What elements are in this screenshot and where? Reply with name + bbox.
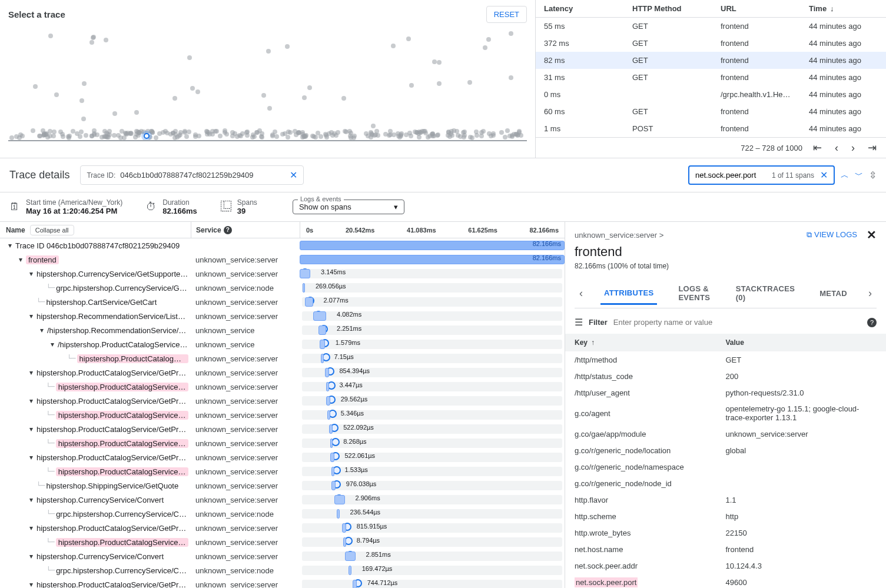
span-row[interactable]: ▾hipstershop.ProductCatalogService/GetPr… xyxy=(0,394,565,408)
chevron-down-icon[interactable]: ▾ xyxy=(26,580,36,588)
span-row[interactable]: └─hipstershop.ProductCatalogServi… unkno… xyxy=(0,351,565,366)
span-row[interactable]: ▾/hipstershop.ProductCatalogService… unk… xyxy=(0,337,565,351)
sort-up-icon[interactable]: ↑ xyxy=(591,338,595,347)
span-row[interactable]: ▾hipstershop.CurrencyService/Convert unk… xyxy=(0,493,565,507)
dropdown-icon: ▾ xyxy=(394,202,398,211)
logs-events-select[interactable]: Logs & events Show on spans▾ xyxy=(293,200,404,214)
clear-trace-id-icon[interactable]: ✕ xyxy=(290,170,297,181)
attribute-row[interactable]: /http/methodGET xyxy=(565,351,886,368)
attribute-row[interactable]: /http/user_agentpython-requests/2.31.0 xyxy=(565,384,886,401)
chevron-down-icon[interactable]: ▾ xyxy=(26,524,36,532)
reset-button[interactable]: RESET xyxy=(486,6,527,23)
attribute-row[interactable]: net.sock.peer.port49600 xyxy=(565,574,886,588)
attribute-row[interactable]: http.wrote_bytes22150 xyxy=(565,524,886,541)
pager-next-icon[interactable]: › xyxy=(851,142,855,153)
meta-start-time: 🗓 Start time (America/New_York)May 16 at… xyxy=(9,198,122,215)
table-row[interactable]: 0 ms/grpc.health.v1.He…44 minutes ago xyxy=(536,86,886,103)
expand-icon[interactable]: ⇳ xyxy=(869,170,877,181)
attribute-row[interactable]: http.schemehttp xyxy=(565,508,886,524)
span-row[interactable]: └─hipstershop.ShippingService/GetQuote u… xyxy=(0,479,565,493)
col-method[interactable]: HTTP Method xyxy=(632,4,721,13)
span-row[interactable]: ▾hipstershop.ProductCatalogService/GetPr… xyxy=(0,521,565,535)
span-row[interactable]: └─hipstershop.ProductCatalogService/Get…… xyxy=(0,408,565,422)
tabs-next-icon[interactable]: › xyxy=(868,287,872,300)
view-logs-button[interactable]: ⧉VIEW LOGS xyxy=(807,230,857,240)
span-row[interactable]: └─hipstershop.ProductCatalogService/Get…… xyxy=(0,535,565,549)
attribute-row[interactable]: net.host.namefrontend xyxy=(565,541,886,557)
span-title: frontend xyxy=(575,244,877,260)
span-row[interactable]: ▾frontend unknown_service:server 82.166m… xyxy=(0,253,565,267)
attribute-row[interactable]: /http/status_code200 xyxy=(565,368,886,384)
span-row[interactable]: ▾Trace ID 046cb1b0d07888747cf8021259b294… xyxy=(0,238,565,253)
attribute-filter-input[interactable] xyxy=(613,318,861,327)
collapse-all-button[interactable]: Collapse all xyxy=(30,225,74,235)
chevron-down-icon[interactable]: ▾ xyxy=(26,270,36,278)
span-row[interactable]: └─hipstershop.ProductCatalogService/Get…… xyxy=(0,436,565,450)
chevron-down-icon[interactable]: ▾ xyxy=(26,496,36,504)
search-next-icon[interactable]: ﹀ xyxy=(855,170,863,181)
attribute-row[interactable]: http.flavor1.1 xyxy=(565,491,886,508)
tab-logs-events[interactable]: LOGS & EVENTS xyxy=(675,278,714,308)
scatter-plot[interactable] xyxy=(8,26,527,141)
attribute-row[interactable]: g.co/r/generic_node/namespace xyxy=(565,459,886,475)
table-row[interactable]: 31 msGETfrontend44 minutes ago xyxy=(536,69,886,86)
span-row[interactable]: └─hipstershop.CartService/GetCart unknow… xyxy=(0,295,565,309)
sort-down-icon: ↓ xyxy=(830,4,834,13)
filter-help-icon[interactable]: ? xyxy=(867,318,877,327)
pager-range: 722 – 728 of 1000 xyxy=(741,144,802,152)
attribute-row[interactable]: g.co/r/generic_node/locationglobal xyxy=(565,442,886,459)
chevron-down-icon[interactable]: ▾ xyxy=(26,397,36,405)
search-prev-icon[interactable]: ︿ xyxy=(841,170,849,181)
span-row[interactable]: ▾hipstershop.CurrencyService/Convert unk… xyxy=(0,549,565,563)
table-row[interactable]: 60 msGETfrontend44 minutes ago xyxy=(536,103,886,120)
chevron-down-icon[interactable]: ▾ xyxy=(47,340,58,348)
close-panel-icon[interactable]: ✕ xyxy=(867,228,877,242)
col-latency[interactable]: Latency xyxy=(544,4,632,13)
tab-attributes[interactable]: ATTRIBUTES xyxy=(600,283,657,305)
span-row[interactable]: ▾hipstershop.ProductCatalogService/GetPr… xyxy=(0,577,565,588)
tab-stacktraces[interactable]: STACKTRACES (0) xyxy=(732,278,799,308)
chevron-down-icon[interactable]: ▾ xyxy=(36,326,47,334)
span-row[interactable]: └─hipstershop.ProductCatalogService/Get…… xyxy=(0,380,565,394)
attributes-pane: unknown_service:server > ⧉VIEW LOGS ✕ fr… xyxy=(565,222,886,588)
chevron-down-icon[interactable]: ▾ xyxy=(26,368,36,377)
span-row[interactable]: ▾/hipstershop.RecommendationService/… un… xyxy=(0,323,565,337)
pager-first-icon[interactable]: ⇤ xyxy=(813,142,822,153)
span-row[interactable]: └─grpc.hipstershop.CurrencyService/GetS…… xyxy=(0,281,565,295)
attribute-row[interactable]: g.co/gae/app/moduleunknown_service:serve… xyxy=(565,426,886,442)
table-row[interactable]: 55 msGETfrontend44 minutes ago xyxy=(536,18,886,35)
table-row[interactable]: 82 msGETfrontend44 minutes ago xyxy=(536,52,886,69)
tabs-prev-icon[interactable]: ‹ xyxy=(579,287,583,300)
span-row[interactable]: ▾hipstershop.RecommendationService/List…… xyxy=(0,309,565,323)
table-row[interactable]: 1 msPOSTfrontend44 minutes ago xyxy=(536,120,886,137)
chevron-down-icon[interactable]: ▾ xyxy=(26,453,36,461)
attribute-row[interactable]: net.sock.peer.addr10.124.4.3 xyxy=(565,557,886,574)
clear-search-icon[interactable]: ✕ xyxy=(820,170,828,181)
span-row[interactable]: └─grpc.hipstershop.CurrencyService/Conv…… xyxy=(0,507,565,521)
span-row[interactable]: ▾hipstershop.ProductCatalogService/GetPr… xyxy=(0,422,565,436)
span-search-input[interactable]: 1 of 11 spans ✕ xyxy=(688,165,835,185)
chevron-down-icon[interactable]: ▾ xyxy=(5,241,15,250)
chevron-down-icon[interactable]: ▾ xyxy=(15,255,26,264)
attribute-row[interactable]: g.co/r/generic_node/node_id xyxy=(565,475,886,491)
tab-metadata[interactable]: METAD xyxy=(816,283,851,304)
chevron-down-icon[interactable]: ▾ xyxy=(26,312,36,320)
pager-last-icon[interactable]: ⇥ xyxy=(868,142,877,153)
span-row[interactable]: └─hipstershop.ProductCatalogService/Get…… xyxy=(0,464,565,479)
span-row[interactable]: ▾hipstershop.ProductCatalogService/GetPr… xyxy=(0,450,565,464)
col-time[interactable]: Time↓ xyxy=(809,4,878,13)
trace-id-input[interactable]: Trace ID: 046cb1b0d07888747cf8021259b294… xyxy=(80,165,304,185)
chevron-down-icon[interactable]: ▾ xyxy=(26,425,36,433)
scatter-pane: Select a trace RESET xyxy=(0,0,536,158)
breadcrumb[interactable]: unknown_service:server > xyxy=(575,231,663,240)
pager-prev-icon[interactable]: ‹ xyxy=(835,142,838,153)
col-url[interactable]: URL xyxy=(721,4,809,13)
table-row[interactable]: 372 msGETfrontend44 minutes ago xyxy=(536,35,886,52)
attribute-row[interactable]: g.co/agentopentelemetry-go 1.15.1; googl… xyxy=(565,401,886,426)
span-search-field[interactable] xyxy=(695,171,766,180)
span-row[interactable]: └─grpc.hipstershop.CurrencyService/Conv…… xyxy=(0,563,565,577)
chevron-down-icon[interactable]: ▾ xyxy=(26,552,36,560)
help-icon[interactable]: ? xyxy=(224,226,232,234)
span-row[interactable]: ▾hipstershop.ProductCatalogService/GetPr… xyxy=(0,366,565,380)
span-row[interactable]: ▾hipstershop.CurrencyService/GetSupporte… xyxy=(0,267,565,281)
